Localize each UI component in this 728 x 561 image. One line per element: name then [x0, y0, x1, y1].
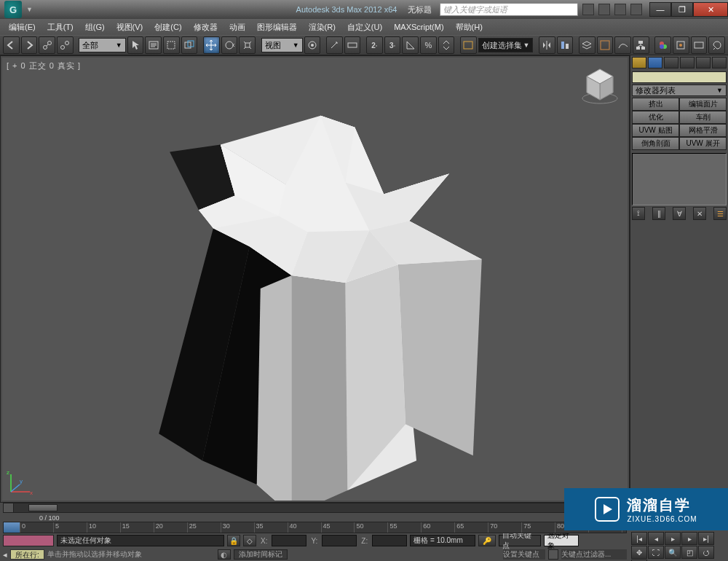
select-scale-button[interactable] [239, 36, 256, 54]
goto-end-button[interactable]: ▸| [698, 532, 714, 545]
mirror-button[interactable] [539, 36, 555, 54]
configure-sets-button[interactable]: ☰ [713, 207, 727, 220]
mod-extrude-button[interactable]: 挤出 [632, 98, 679, 111]
align-button[interactable] [557, 36, 574, 54]
named-selection-dropdown[interactable]: 创建选择集▼ [478, 38, 534, 52]
zoom-button[interactable]: 🔍 [665, 546, 681, 559]
z-coord-input[interactable] [372, 535, 407, 546]
menu-group[interactable]: 组(G) [79, 20, 111, 34]
unlink-button[interactable] [57, 36, 74, 54]
menu-tools[interactable]: 工具(T) [41, 20, 79, 34]
help-icon[interactable] [630, 4, 642, 15]
tab-create[interactable] [632, 57, 646, 68]
spinner-snap-button[interactable] [438, 36, 455, 54]
remove-mod-button[interactable]: ✕ [693, 207, 706, 220]
quick-arrow-icon[interactable]: ▼ [26, 6, 33, 13]
add-time-marker[interactable]: 添加时间标记 [234, 549, 288, 560]
modifier-stack[interactable] [632, 153, 727, 205]
key-mode-button[interactable]: 🔑 [478, 535, 496, 546]
select-move-button[interactable] [203, 36, 220, 54]
key-filter-button[interactable]: 关键点过滤器... [561, 549, 627, 560]
autokey-button[interactable]: 自动关键点 [499, 535, 541, 546]
select-by-name-button[interactable] [145, 36, 162, 54]
curve-editor-button[interactable] [614, 36, 631, 54]
infocenter-search-icon[interactable] [582, 4, 594, 15]
key-filter-flyout-icon[interactable] [548, 549, 558, 560]
object-name-field[interactable] [632, 71, 727, 83]
pivot-button[interactable] [304, 36, 321, 54]
menu-create[interactable]: 创建(C) [149, 20, 187, 34]
render-button[interactable] [708, 36, 725, 54]
viewport-scrollbar-h[interactable] [3, 503, 627, 513]
snap-2d-button[interactable]: 2▫ [366, 36, 383, 54]
fov-button[interactable]: ◰ [681, 546, 697, 559]
viewcube-icon[interactable] [579, 65, 620, 106]
minimize-button[interactable]: — [649, 2, 671, 17]
render-setup-button[interactable] [673, 36, 689, 54]
mod-optimize-button[interactable]: 优化 [632, 111, 679, 124]
time-tag-button[interactable]: ◐ [218, 549, 231, 560]
menu-views[interactable]: 视图(V) [111, 20, 149, 34]
menu-grapheditor[interactable]: 图形编辑器 [251, 20, 303, 34]
mod-lathe-button[interactable]: 车削 [679, 111, 727, 124]
viewport-perspective[interactable]: [ + 0 正交 0 真实 ] [2, 58, 628, 501]
mod-uvwunwrap-button[interactable]: UVW 展开 [679, 137, 727, 150]
angle-snap-button[interactable] [402, 36, 419, 54]
rendered-frame-button[interactable] [691, 36, 708, 54]
pin-stack-button[interactable]: ⟟ [632, 207, 645, 220]
tab-modify[interactable] [648, 57, 662, 68]
mod-bevelprofile-button[interactable]: 倒角剖面 [632, 137, 679, 150]
isolation-button[interactable]: ◇ [243, 535, 256, 546]
menu-maxscript[interactable]: MAXScript(M) [388, 21, 449, 33]
set-key-button[interactable]: 设置关键点 [503, 549, 545, 560]
selected-obj-label[interactable]: 选定对象 [544, 535, 579, 546]
make-unique-button[interactable]: ∀ [673, 207, 686, 220]
search-input[interactable]: 键入关键字或短语 [440, 3, 578, 16]
schematic-view-button[interactable] [633, 36, 649, 54]
select-rotate-button[interactable] [221, 36, 238, 54]
prev-frame-button[interactable]: ◂ [648, 532, 664, 545]
app-logo-icon[interactable]: G [4, 1, 22, 18]
graphite-button[interactable] [597, 36, 614, 54]
mod-meshsmooth-button[interactable]: 网格平滑 [679, 124, 727, 137]
maximize-button[interactable]: ❐ [671, 2, 693, 17]
menu-modifiers[interactable]: 修改器 [188, 20, 223, 34]
zoom-extents-button[interactable]: ⛶ [648, 546, 664, 559]
ref-coord-dropdown[interactable]: 视图 ▼ [261, 38, 303, 52]
select-object-button[interactable] [127, 36, 144, 54]
scrollbar-thumb[interactable] [28, 504, 58, 511]
infocenter-dropdown-icon[interactable] [598, 4, 610, 15]
y-coord-input[interactable] [322, 535, 357, 546]
play-button[interactable]: ▸ [665, 532, 681, 545]
mod-editpatch-button[interactable]: 编辑面片 [679, 98, 727, 111]
layers-button[interactable] [579, 36, 596, 54]
redo-button[interactable] [21, 36, 38, 54]
select-region-button[interactable] [163, 36, 180, 54]
menu-edit[interactable]: 编辑(E) [3, 20, 41, 34]
autokey-toggle[interactable] [3, 535, 54, 546]
material-editor-button[interactable] [654, 36, 671, 54]
favorites-icon[interactable] [614, 4, 626, 15]
snap-3d-button[interactable]: 3▫ [384, 36, 401, 54]
selection-filter-dropdown[interactable]: 全部 ▼ [79, 38, 125, 52]
link-button[interactable] [39, 36, 55, 54]
next-frame-button[interactable]: ▸ [681, 532, 697, 545]
window-crossing-button[interactable] [181, 36, 198, 54]
menu-animation[interactable]: 动画 [223, 20, 251, 34]
show-end-button[interactable]: ‖ [652, 207, 665, 220]
x-coord-input[interactable] [272, 535, 306, 546]
tab-display[interactable] [696, 57, 711, 68]
location-button[interactable]: 所在行: [10, 549, 44, 560]
tab-hierarchy[interactable] [664, 57, 678, 68]
scroll-left-icon[interactable] [4, 503, 14, 512]
edit-named-sel-button[interactable] [460, 36, 477, 54]
keyboard-shortcut-button[interactable] [344, 36, 361, 54]
time-slider[interactable]: 051015202530354045505560657075808590 [3, 522, 627, 533]
modifier-list-dropdown[interactable]: 修改器列表 [632, 85, 727, 96]
lock-selection-button[interactable]: 🔒 [227, 535, 240, 546]
orbit-button[interactable]: ⭯ [698, 546, 714, 559]
timeline-config-icon[interactable] [4, 514, 17, 522]
menu-customize[interactable]: 自定义(U) [341, 20, 388, 34]
close-button[interactable]: ✕ [693, 2, 728, 17]
menu-help[interactable]: 帮助(H) [450, 20, 488, 34]
